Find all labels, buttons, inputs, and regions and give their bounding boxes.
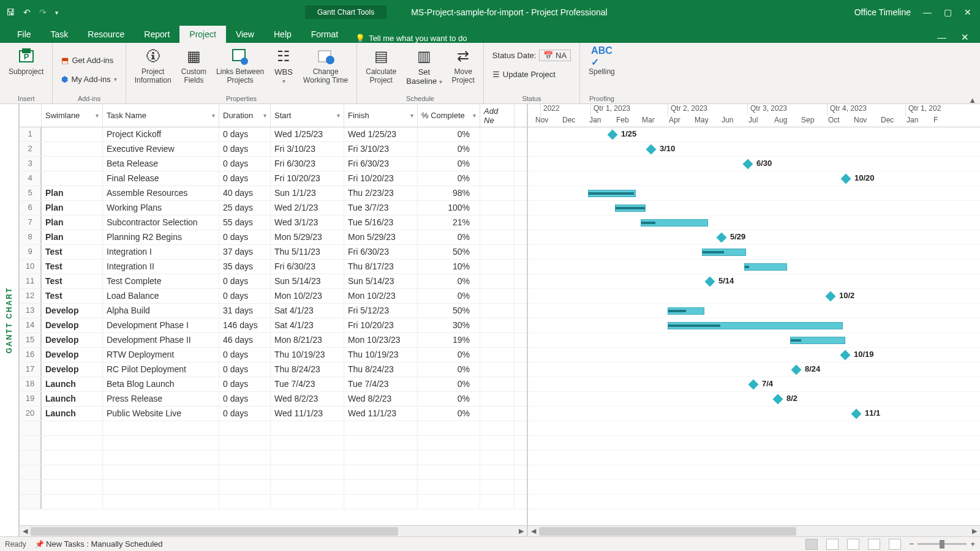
- view-4-button[interactable]: [868, 539, 880, 550]
- cell-duration[interactable]: 0 days: [219, 157, 271, 171]
- gantt-row[interactable]: [528, 421, 980, 436]
- status-newtasks[interactable]: 📌 New Tasks : Manually Scheduled: [35, 539, 163, 549]
- cell-start[interactable]: Sat 4/1/23: [271, 318, 344, 332]
- cell-pct[interactable]: 50%: [418, 304, 480, 318]
- cell-pct[interactable]: 50%: [418, 245, 480, 259]
- cell-finish[interactable]: Wed 8/2/23: [344, 392, 418, 406]
- cell-finish[interactable]: Fri 3/10/23: [344, 142, 418, 156]
- table-row[interactable]: [20, 451, 527, 465]
- gantt-row[interactable]: [528, 436, 980, 451]
- cell-duration[interactable]: 31 days: [219, 304, 271, 318]
- gantt-row[interactable]: 8/24: [528, 362, 980, 377]
- cell-finish[interactable]: Fri 10/20/23: [344, 171, 418, 186]
- spelling-button[interactable]: ABC✓Spelling: [586, 45, 617, 78]
- cell-addnew[interactable]: [480, 289, 514, 303]
- table-row[interactable]: 18LaunchBeta Blog Launch0 daysTue 7/4/23…: [20, 377, 527, 392]
- cell-finish[interactable]: Fri 5/12/23: [344, 304, 418, 318]
- set-baseline-button[interactable]: ▥Set Baseline ▾: [404, 45, 444, 88]
- close-icon[interactable]: ✕: [964, 7, 971, 17]
- gantt-row[interactable]: 7/4: [528, 377, 980, 392]
- gantt-bar[interactable]: [588, 190, 636, 197]
- milestone-diamond[interactable]: [705, 277, 715, 287]
- table-row[interactable]: 19LaunchPress Release0 daysWed 8/2/23Wed…: [20, 392, 527, 407]
- cell-pct[interactable]: 100%: [418, 201, 480, 215]
- cell-addnew[interactable]: [480, 186, 514, 200]
- cell-finish[interactable]: Tue 3/7/23: [344, 201, 418, 215]
- table-row[interactable]: 17DevelopRC Pilot Deployment0 daysThu 8/…: [20, 362, 527, 377]
- cell-duration[interactable]: 0 days: [219, 407, 271, 421]
- cell-start[interactable]: Mon 8/21/23: [271, 333, 344, 347]
- cell-start[interactable]: Wed 2/1/23: [271, 201, 344, 215]
- cell-addnew[interactable]: [480, 127, 514, 141]
- gantt-row[interactable]: 6/30: [528, 157, 980, 171]
- update-project-button[interactable]: ☰Update Project: [490, 68, 558, 81]
- cell-pct[interactable]: 0%: [418, 407, 480, 421]
- cell-pct[interactable]: 0%: [418, 171, 480, 186]
- gantt-scroll-thumb[interactable]: [539, 527, 796, 536]
- zoom-in-icon[interactable]: +: [970, 539, 975, 549]
- ribbon-minimize-icon[interactable]: —: [937, 32, 946, 43]
- cell-start[interactable]: Wed 8/2/23: [271, 392, 344, 406]
- cell-pct[interactable]: 98%: [418, 186, 480, 200]
- cell-finish[interactable]: Mon 5/29/23: [344, 230, 418, 244]
- scroll-thumb[interactable]: [31, 527, 398, 536]
- timeline-header[interactable]: 2022Qtr 1, 2023Qtr 2, 2023Qtr 3, 2023Qtr…: [528, 104, 980, 127]
- table-row[interactable]: 12TestLoad Balance0 daysMon 10/2/23Mon 1…: [20, 289, 527, 304]
- move-project-button[interactable]: ⇄Move Project: [450, 45, 477, 86]
- ribbon-close-icon[interactable]: ✕: [961, 32, 969, 43]
- tell-me-search[interactable]: 💡 Tell me what you want to do: [355, 34, 467, 43]
- table-row[interactable]: [20, 421, 527, 436]
- cell-pct[interactable]: 10%: [418, 260, 480, 274]
- cell-finish[interactable]: Tue 7/4/23: [344, 377, 418, 391]
- gantt-bar[interactable]: [702, 249, 746, 256]
- cell-swimlane[interactable]: Launch: [42, 392, 103, 406]
- cell-pct[interactable]: 21%: [418, 216, 480, 230]
- cell-pct[interactable]: 0%: [418, 142, 480, 156]
- col-taskname[interactable]: Task Name▾: [103, 104, 219, 127]
- cell-finish[interactable]: Tue 5/16/23: [344, 216, 418, 230]
- cell-duration[interactable]: 0 days: [219, 377, 271, 391]
- tab-resource[interactable]: Resource: [78, 26, 134, 43]
- cell-swimlane[interactable]: [42, 142, 103, 156]
- milestone-diamond[interactable]: [791, 365, 802, 375]
- table-row[interactable]: [20, 465, 527, 480]
- cell-duration[interactable]: 0 days: [219, 274, 271, 288]
- col-add-new[interactable]: Add Ne: [480, 104, 514, 127]
- gantt-row[interactable]: [528, 260, 980, 274]
- cell-pct[interactable]: 0%: [418, 348, 480, 362]
- cell-pct[interactable]: 0%: [418, 230, 480, 244]
- table-row[interactable]: 3Beta Release0 daysFri 6/30/23Fri 6/30/2…: [20, 157, 527, 171]
- col-finish[interactable]: Finish▾: [344, 104, 418, 127]
- cell-taskname[interactable]: Executive Review: [103, 142, 219, 156]
- cell-duration[interactable]: 0 days: [219, 362, 271, 377]
- table-row[interactable]: [20, 436, 527, 451]
- my-addins-button[interactable]: ⬢My Add-ins▾: [59, 73, 119, 86]
- cell-start[interactable]: Sun 1/1/23: [271, 186, 344, 200]
- cell-start[interactable]: Tue 7/4/23: [271, 377, 344, 391]
- cell-taskname[interactable]: RC Pilot Deployment: [103, 362, 219, 377]
- cell-pct[interactable]: 0%: [418, 157, 480, 171]
- cell-start[interactable]: Fri 3/10/23: [271, 142, 344, 156]
- cell-finish[interactable]: Fri 10/20/23: [344, 318, 418, 332]
- cell-taskname[interactable]: Integration I: [103, 245, 219, 259]
- cell-taskname[interactable]: Working Plans: [103, 201, 219, 215]
- cell-swimlane[interactable]: Launch: [42, 407, 103, 421]
- scroll-right-icon[interactable]: ▶: [516, 527, 527, 535]
- cell-taskname[interactable]: Integration II: [103, 260, 219, 274]
- calculate-project-button[interactable]: ▤Calculate Project: [363, 45, 399, 86]
- cell-addnew[interactable]: [480, 318, 514, 332]
- cell-taskname[interactable]: Beta Release: [103, 157, 219, 171]
- col-pctcomplete[interactable]: % Complete▾: [418, 104, 480, 127]
- milestone-diamond[interactable]: [646, 144, 657, 155]
- get-addins-button[interactable]: ⬒Get Add-ins: [59, 54, 116, 67]
- cell-addnew[interactable]: [480, 245, 514, 259]
- gantt-row[interactable]: 10/19: [528, 348, 980, 362]
- cell-start[interactable]: Fri 10/20/23: [271, 171, 344, 186]
- cell-addnew[interactable]: [480, 407, 514, 421]
- cell-finish[interactable]: Wed 11/1/23: [344, 407, 418, 421]
- cell-taskname[interactable]: Test Complete: [103, 274, 219, 288]
- table-row[interactable]: 2Executive Review0 daysFri 3/10/23Fri 3/…: [20, 142, 527, 157]
- cell-duration[interactable]: 0 days: [219, 127, 271, 141]
- tab-task[interactable]: Task: [41, 26, 78, 43]
- gantt-row[interactable]: [528, 304, 980, 318]
